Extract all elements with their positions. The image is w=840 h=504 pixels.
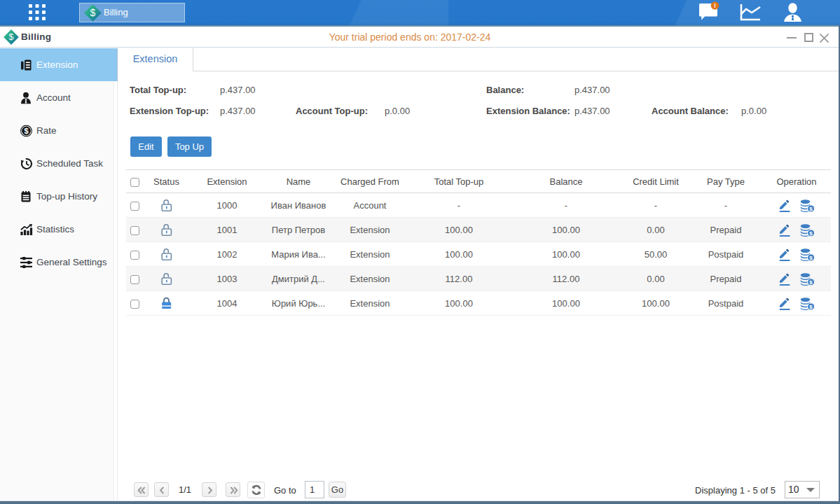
svg-text:$: $	[9, 32, 14, 42]
svg-text:$: $	[809, 206, 813, 212]
svg-text:$: $	[809, 279, 813, 286]
svg-text:$: $	[809, 255, 813, 261]
svg-text:$: $	[809, 230, 813, 237]
svg-text:$: $	[24, 126, 28, 134]
svg-text:!: !	[714, 2, 716, 9]
svg-text:$: $	[809, 304, 813, 310]
svg-text:$: $	[90, 7, 96, 18]
